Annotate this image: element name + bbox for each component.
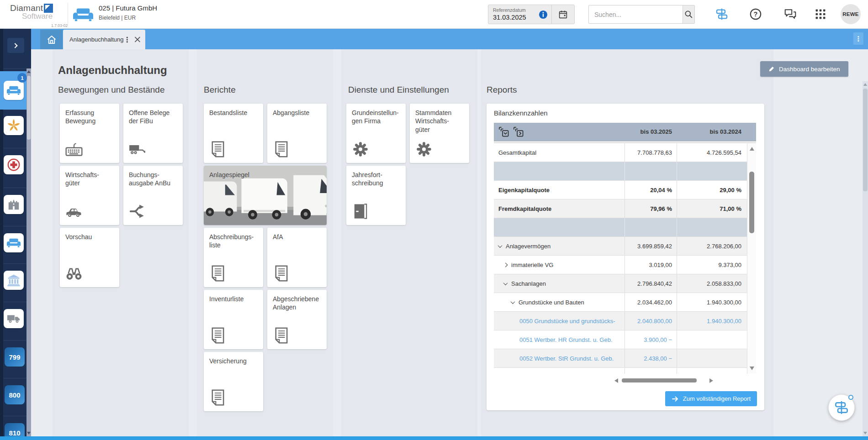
card-abgeschriebene-anlagen[interactable]: Abgeschriebene Anlagen [267, 290, 327, 349]
scroll-up-icon[interactable] [863, 83, 867, 86]
card-erfassung-bewegung[interactable]: Erfassung Bewegung [60, 104, 119, 163]
scrollbar-thumb[interactable] [27, 76, 31, 140]
home-icon [46, 34, 57, 45]
scroll-down-icon[interactable] [750, 367, 754, 370]
signpost-icon [715, 8, 728, 21]
page-title: Anlagenbuchhaltung [58, 64, 167, 77]
apps-button[interactable] [814, 8, 827, 21]
home-button[interactable] [40, 30, 63, 49]
chevron-down-icon[interactable] [503, 281, 508, 285]
table-row[interactable]: immaterielle VG 3.019,00 9.373,00 [494, 256, 747, 274]
scrollbar-thumb[interactable] [749, 172, 754, 233]
card-buchungsausgabe[interactable]: Buchungs- ausgabe AnBu [123, 166, 183, 225]
sidebar-item-castle[interactable] [4, 195, 24, 214]
full-report-label: Zum vollständigen Report [683, 395, 751, 402]
tab-anlagenbuchhaltung[interactable]: Anlagenbuchhaltung [63, 30, 145, 49]
table-vertical-scrollbar[interactable] [747, 143, 756, 374]
close-icon[interactable] [134, 36, 141, 43]
user-avatar[interactable]: REWE [841, 4, 861, 24]
scroll-right-icon[interactable] [709, 378, 713, 383]
table-row[interactable]: Fremdkapitalquote 79,96 % 71,00 % [494, 199, 747, 218]
sidebar-item-couch-2[interactable] [4, 233, 24, 252]
scrollbar-thumb[interactable] [863, 89, 868, 191]
client-name[interactable]: 025 | Futura GmbH [99, 4, 157, 12]
client-location: Bielefeld | EUR [99, 15, 136, 21]
card-versicherung[interactable]: Versicherung [204, 352, 263, 411]
card-offene-belege[interactable]: Offene Belege der FiBu [123, 104, 183, 163]
sidebar-scrollbar[interactable] [26, 68, 31, 440]
table-row-link[interactable]: 0052 Wertber. StR Grundst. u. Geb. 2.438… [494, 349, 747, 368]
tab-strip: Anlagenbuchhaltung [31, 29, 868, 49]
scroll-down-icon[interactable] [863, 432, 867, 435]
card-anlagespiegel[interactable]: Anlagespiegel [204, 166, 327, 225]
card-abschreibungsliste[interactable]: Abschreibungs- liste [204, 228, 263, 287]
calendar-button[interactable] [551, 5, 574, 24]
table-row-link[interactable]: 0050 Grundstücke und grundstücks- 2.040.… [494, 312, 747, 330]
full-report-button[interactable]: Zum vollständigen Report [665, 391, 757, 406]
table-body: Gesamtkapital 7.708.778,63 4.726.595,54 … [494, 143, 756, 374]
table-row[interactable]: 104.402,42 [494, 368, 747, 374]
sidebar-item-anlagenbuchhaltung[interactable] [4, 81, 24, 100]
card-wirtschaftsgueter[interactable]: Wirtschafts- güter [60, 166, 119, 225]
card-vorschau[interactable]: Vorschau [60, 228, 119, 287]
card-abgangsliste[interactable]: Abgangsliste [267, 104, 327, 163]
column-bewegungen: Erfassung Bewegung Offene Belege der FiB… [60, 104, 189, 290]
expand-all-button[interactable] [513, 126, 524, 137]
chevron-down-icon[interactable] [498, 243, 503, 248]
table-horizontal-scrollbar[interactable] [614, 377, 713, 384]
card-stammdaten[interactable]: Stammdaten Wirtschafts- güter [410, 104, 469, 163]
messages-button[interactable] [784, 8, 797, 21]
tabstrip-menu-button[interactable] [853, 32, 863, 45]
scroll-down-icon[interactable] [27, 432, 31, 435]
sidebar-expand-button[interactable] [7, 38, 24, 53]
sidebar-item-800[interactable]: 800 [5, 385, 25, 404]
pencil-icon [768, 66, 775, 72]
search-input[interactable] [589, 5, 683, 23]
column-header-2024[interactable]: bis 03.2024 [677, 128, 747, 135]
table-row-link[interactable]: 0051 Wertber. HR Grundst. u. Geb. 3.900,… [494, 330, 747, 349]
scroll-up-icon[interactable] [27, 70, 31, 73]
sidebar-item-799[interactable]: 799 [5, 347, 25, 367]
section-title-reports: Reports [487, 85, 517, 95]
scrollbar-thumb[interactable] [622, 378, 697, 382]
assistant-signpost-button[interactable] [715, 8, 728, 21]
card-afa[interactable]: AfA [267, 228, 327, 287]
sidebar-item-bank[interactable] [4, 271, 24, 290]
card-jahresfortschreibung[interactable]: Jahresfort- schreibung [346, 166, 406, 225]
kebab-icon [855, 36, 862, 42]
table-row[interactable]: Anlagevermögen 3.699.859,42 2.768.206,00 [494, 237, 747, 256]
table-row[interactable]: Gesamtkapital 7.708.778,63 4.726.595,54 [494, 143, 747, 162]
chat-icon [784, 8, 797, 21]
sidebar-item-hands-star[interactable] [4, 116, 24, 135]
help-button[interactable] [749, 8, 762, 21]
bank-icon [7, 273, 21, 287]
edit-dashboard-button[interactable]: Dashboard bearbeiten [760, 61, 848, 77]
bilanzkennzahlen-table: bis 03.2025 bis 03.2024 Gesamtkapital 7.… [494, 123, 756, 374]
widget-title: Bilanzkennzahlen [494, 109, 548, 117]
collapse-all-button[interactable] [498, 126, 509, 137]
column-header-2025[interactable]: bis 03.2025 [625, 128, 677, 135]
dashboard-content: Anlagenbuchhaltung Dashboard bearbeiten … [31, 49, 868, 440]
card-inventurliste[interactable]: Inventurliste [204, 290, 263, 349]
scroll-up-icon[interactable] [750, 147, 754, 151]
info-icon[interactable] [539, 10, 548, 19]
sidebar-item-truck[interactable] [4, 309, 24, 328]
table-row[interactable]: Eigenkapitalquote 20,04 % 29,00 % [494, 181, 747, 199]
reports-panel: Bilanzkennzahlen bis 03.2025 bis 03.2024… [487, 104, 764, 410]
tab-label: Anlagenbuchhaltung [69, 36, 124, 43]
table-row[interactable]: Sachanlagen 2.796.840,42 2.058.833,00 [494, 274, 747, 293]
tab-menu-icon[interactable] [124, 36, 131, 43]
search-icon [684, 10, 693, 19]
scroll-left-icon[interactable] [614, 378, 618, 383]
card-grundeinstellungen[interactable]: Grundeinstellun- gen Firma [346, 104, 406, 163]
couch-icon [7, 84, 21, 97]
sidebar-item-medical[interactable] [4, 155, 24, 174]
page-scrollbar[interactable] [863, 81, 868, 436]
search-button[interactable] [683, 5, 694, 23]
chevron-down-icon[interactable] [511, 299, 515, 304]
reference-date-field[interactable]: Referenzdatum 31.03.2025 [488, 5, 551, 24]
card-bestandsliste[interactable]: Bestandsliste [204, 104, 263, 163]
chevron-right-icon[interactable] [503, 262, 508, 267]
reference-date-group[interactable]: Referenzdatum 31.03.2025 [488, 5, 575, 24]
table-row[interactable]: Grundstücke und Bauten 2.034.462,00 1.94… [494, 293, 747, 312]
